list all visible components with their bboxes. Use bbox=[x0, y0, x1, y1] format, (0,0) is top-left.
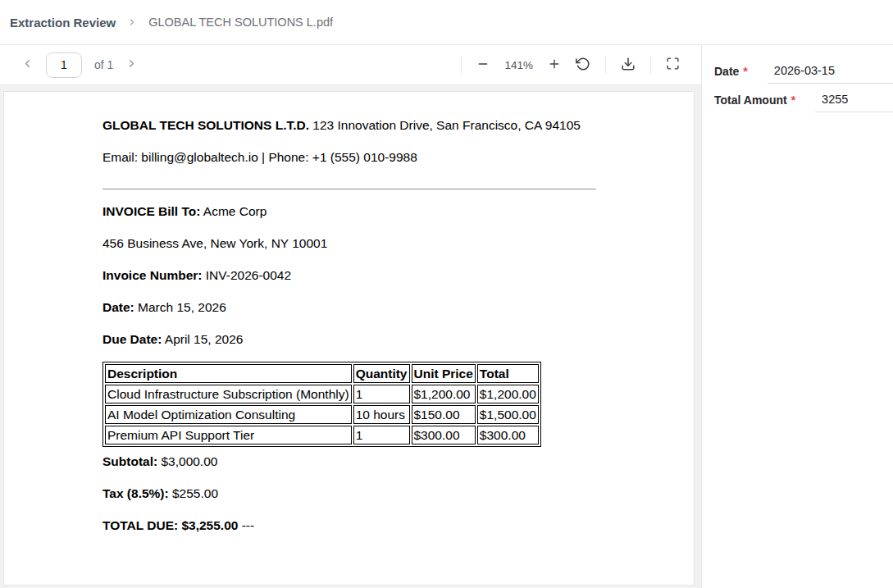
plus-icon bbox=[548, 57, 561, 73]
fullscreen-button[interactable] bbox=[666, 57, 680, 73]
doc-paragraph: Email: billing@globaltech.io | Phone: +1… bbox=[103, 148, 596, 167]
required-asterisk: * bbox=[791, 93, 795, 107]
doc-paragraph: Date: March 15, 2026 bbox=[103, 298, 596, 317]
chevron-right-icon bbox=[127, 17, 137, 27]
invoice-table-header-cell: Total bbox=[477, 364, 539, 383]
required-asterisk: * bbox=[743, 65, 747, 78]
viewer-controls: 141% bbox=[461, 56, 680, 74]
field-row: Date* bbox=[714, 58, 893, 84]
doc-divider bbox=[103, 189, 596, 189]
invoice-table-cell: $300.00 bbox=[412, 426, 476, 444]
main-content: of 1 141% bbox=[0, 45, 893, 588]
zoom-in-button[interactable] bbox=[548, 57, 561, 73]
invoice-table-cell: 1 bbox=[353, 385, 410, 403]
field-input-date[interactable] bbox=[768, 58, 893, 84]
field-input-total-amount[interactable] bbox=[815, 87, 893, 112]
invoice-table-row: Cloud Infrastructure Subscription (Month… bbox=[105, 385, 539, 403]
invoice-table-row: Premium API Support Tier1$300.00$300.00 bbox=[105, 426, 539, 444]
document-body: GLOBAL TECH SOLUTIONS L.T.D. 123 Innovat… bbox=[103, 92, 596, 536]
page-navigation: of 1 bbox=[21, 52, 138, 78]
invoice-table-cell: 10 hours bbox=[353, 405, 410, 424]
toolbar-divider bbox=[650, 56, 651, 74]
breadcrumb-file: GLOBAL TECH SOLUTIONS L.pdf bbox=[148, 16, 333, 29]
pdf-canvas[interactable]: GLOBAL TECH SOLUTIONS L.T.D. 123 Innovat… bbox=[0, 85, 701, 588]
download-icon bbox=[621, 57, 636, 74]
extraction-panel: Date*Total Amount* bbox=[701, 45, 893, 588]
field-label: Total Amount* bbox=[714, 93, 795, 107]
field-label-text: Total Amount bbox=[714, 93, 787, 107]
toolbar-divider bbox=[461, 56, 462, 74]
prev-page-button[interactable] bbox=[21, 57, 34, 72]
chevron-right-icon bbox=[125, 57, 138, 72]
pdf-toolbar: of 1 141% bbox=[0, 45, 701, 85]
zoom-out-button[interactable] bbox=[476, 57, 490, 73]
doc-paragraph: Due Date: April 15, 2026 bbox=[103, 330, 596, 349]
invoice-table-header-cell: Quantity bbox=[353, 364, 410, 383]
breadcrumb-section[interactable]: Extraction Review bbox=[10, 16, 116, 30]
rotate-button[interactable] bbox=[576, 57, 590, 74]
invoice-table-cell: $1,200.00 bbox=[412, 385, 476, 403]
field-row: Total Amount* bbox=[714, 87, 893, 112]
doc-paragraph: INVOICE Bill To: Acme Corp bbox=[103, 202, 596, 221]
page-count-label: of 1 bbox=[94, 58, 113, 71]
page-number-input[interactable] bbox=[46, 52, 82, 78]
toolbar-divider bbox=[605, 56, 606, 74]
invoice-table-cell: $1,200.00 bbox=[477, 385, 539, 403]
invoice-table-cell: Premium API Support Tier bbox=[105, 426, 352, 444]
extraction-form: Date*Total Amount* bbox=[714, 58, 893, 112]
rotate-ccw-icon bbox=[576, 57, 590, 74]
invoice-table-cell: AI Model Optimization Consulting bbox=[105, 405, 352, 424]
invoice-table-row: AI Model Optimization Consulting10 hours… bbox=[105, 405, 539, 424]
doc-paragraph: Invoice Number: INV-2026-0042 bbox=[103, 266, 596, 285]
zoom-level-label: 141% bbox=[504, 59, 533, 71]
invoice-table-header-row: DescriptionQuantityUnit PriceTotal bbox=[105, 364, 539, 383]
doc-paragraph: GLOBAL TECH SOLUTIONS L.T.D. 123 Innovat… bbox=[103, 116, 596, 135]
fullscreen-icon bbox=[666, 57, 680, 73]
app-header: Extraction Review GLOBAL TECH SOLUTIONS … bbox=[0, 0, 893, 45]
field-label: Date* bbox=[714, 65, 748, 78]
invoice-table: DescriptionQuantityUnit PriceTotalCloud … bbox=[103, 362, 541, 447]
invoice-table-cell: 1 bbox=[353, 426, 410, 444]
invoice-table-header-cell: Description bbox=[105, 364, 352, 383]
doc-paragraph: Tax (8.5%): $255.00 bbox=[103, 484, 596, 504]
field-label-text: Date bbox=[714, 65, 739, 78]
invoice-table-cell: $150.00 bbox=[412, 405, 476, 424]
doc-paragraph: TOTAL DUE: $3,255.00 --- bbox=[103, 516, 596, 536]
minus-icon bbox=[476, 57, 490, 73]
chevron-left-icon bbox=[21, 57, 34, 72]
invoice-table-cell: $300.00 bbox=[477, 426, 539, 444]
download-button[interactable] bbox=[621, 57, 636, 74]
doc-paragraph: Subtotal: $3,000.00 bbox=[103, 452, 596, 472]
pdf-viewer: of 1 141% bbox=[0, 45, 701, 588]
breadcrumb: Extraction Review GLOBAL TECH SOLUTIONS … bbox=[10, 16, 333, 30]
doc-paragraph: 456 Business Ave, New York, NY 10001 bbox=[103, 234, 596, 253]
invoice-table-cell: Cloud Infrastructure Subscription (Month… bbox=[105, 385, 352, 403]
invoice-table-cell: $1,500.00 bbox=[477, 405, 539, 424]
invoice-table-header-cell: Unit Price bbox=[412, 364, 476, 383]
pdf-page: GLOBAL TECH SOLUTIONS L.T.D. 123 Innovat… bbox=[3, 91, 695, 586]
next-page-button[interactable] bbox=[125, 57, 138, 72]
